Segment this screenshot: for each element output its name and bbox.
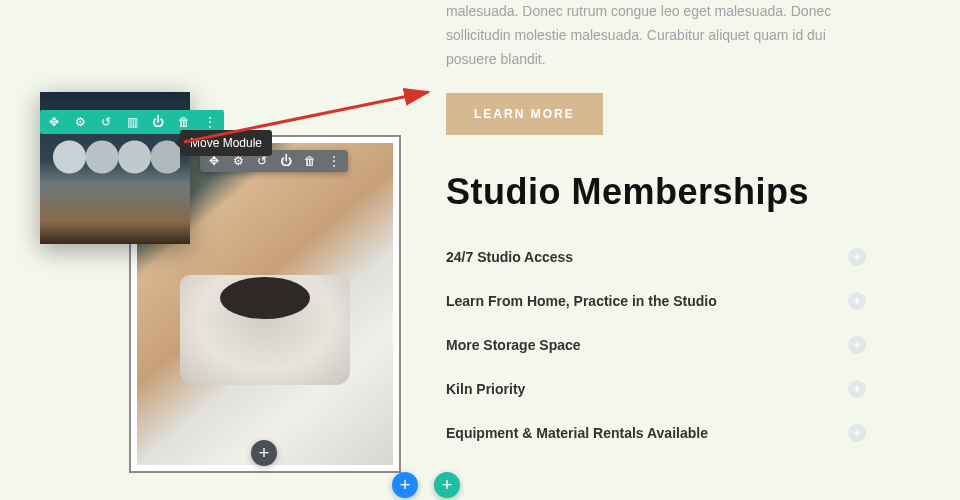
power-icon[interactable]: ⏻	[278, 153, 294, 169]
more-icon[interactable]: ⋮	[326, 153, 342, 169]
expand-icon[interactable]: +	[848, 336, 866, 354]
expand-icon[interactable]: +	[848, 380, 866, 398]
expand-icon[interactable]: +	[848, 424, 866, 442]
learn-more-button[interactable]: LEARN MORE	[446, 93, 603, 135]
accordion-label: Learn From Home, Practice in the Studio	[446, 293, 717, 309]
power-icon[interactable]: ⏻	[150, 114, 166, 130]
trash-icon[interactable]: 🗑	[176, 114, 192, 130]
more-icon[interactable]: ⋮	[202, 114, 218, 130]
accordion-item[interactable]: Learn From Home, Practice in the Studio …	[446, 279, 866, 323]
duplicate-icon[interactable]: ↺	[98, 114, 114, 130]
move-module-tooltip: Move Module	[180, 130, 272, 156]
gear-icon[interactable]: ⚙	[72, 114, 88, 130]
memberships-heading: Studio Memberships	[446, 171, 866, 213]
add-section-button[interactable]: +	[434, 472, 460, 498]
trash-icon[interactable]: 🗑	[302, 153, 318, 169]
columns-icon[interactable]: ▥	[124, 114, 140, 130]
add-module-button[interactable]: +	[251, 440, 277, 466]
accordion-item[interactable]: 24/7 Studio Access +	[446, 235, 866, 279]
expand-icon[interactable]: +	[848, 248, 866, 266]
accordion-item[interactable]: Kiln Priority +	[446, 367, 866, 411]
expand-icon[interactable]: +	[848, 292, 866, 310]
accordion-label: 24/7 Studio Access	[446, 249, 573, 265]
accordion-label: Kiln Priority	[446, 381, 525, 397]
intro-paragraph: malesuada. Donec rutrum congue leo eget …	[446, 0, 866, 71]
accordion-label: Equipment & Material Rentals Available	[446, 425, 708, 441]
accordion-item[interactable]: More Storage Space +	[446, 323, 866, 367]
add-row-button[interactable]: +	[392, 472, 418, 498]
move-icon[interactable]: ✥	[46, 114, 62, 130]
content-column: malesuada. Donec rutrum congue leo eget …	[446, 0, 866, 455]
accordion-item[interactable]: Equipment & Material Rentals Available +	[446, 411, 866, 455]
accordion-label: More Storage Space	[446, 337, 581, 353]
page-canvas: malesuada. Donec rutrum congue leo eget …	[0, 0, 960, 500]
